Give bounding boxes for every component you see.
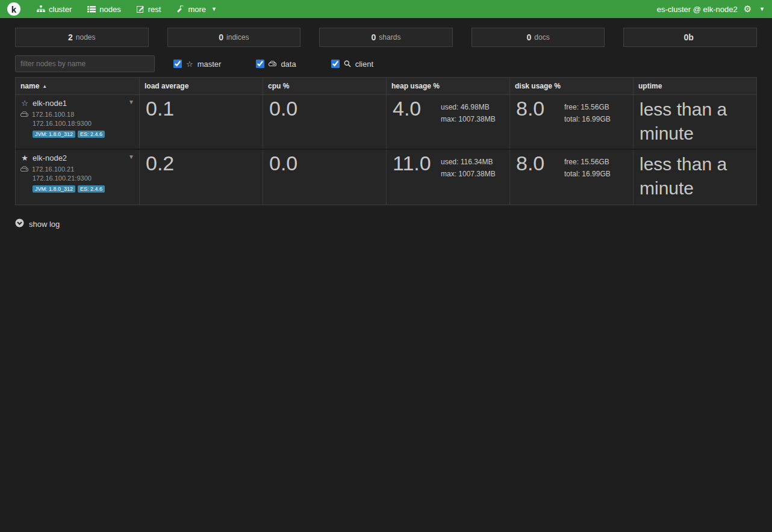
- column-header-name[interactable]: name ▲: [16, 78, 139, 94]
- filter-bar: ☆ master data client: [15, 55, 757, 72]
- wrench-icon: [176, 5, 184, 13]
- filter-client[interactable]: client: [331, 60, 373, 69]
- stat-size: 0b: [623, 28, 757, 47]
- node-ip: 172.16.100.18: [32, 111, 74, 118]
- load-average-cell: 0.2: [139, 150, 263, 205]
- table-row-elk-node1: ☆ elk-node1 ▼ 172.16.100.18 172.16.100.1…: [16, 95, 756, 150]
- column-header-label: heap usage %: [391, 82, 440, 90]
- node-name: elk-node1: [33, 99, 67, 108]
- nav-item-label: more: [188, 5, 206, 14]
- cpu-cell: 0.0: [263, 95, 386, 149]
- heap-max: max: 1007.38MB: [441, 113, 496, 125]
- current-master-star-icon: ★: [20, 153, 29, 162]
- disk-total: total: 16.99GB: [564, 113, 611, 125]
- stat-docs: 0 docs: [472, 28, 605, 47]
- load-average-cell: 0.1: [139, 95, 263, 149]
- column-header-label: name: [20, 82, 39, 90]
- node-menu-caret-icon[interactable]: ▼: [128, 99, 134, 105]
- table-header-row: name ▲ load average cpu % heap usage % d…: [16, 78, 756, 95]
- stat-indices: 0 indices: [167, 28, 301, 47]
- search-icon: [344, 60, 351, 67]
- nav-item-more[interactable]: more ▼: [169, 0, 225, 18]
- cpu-value: 0.0: [269, 97, 380, 120]
- load-average-value: 0.1: [146, 97, 257, 120]
- table-row-elk-node2: ★ elk-node2 ▼ 172.16.100.21 172.16.100.2…: [16, 150, 756, 205]
- node-transport-address: 172.16.100.18:9300: [20, 120, 134, 127]
- filter-label: master: [198, 60, 222, 69]
- stat-value: 0: [372, 32, 376, 42]
- node-name-cell: ☆ elk-node1 ▼ 172.16.100.18 172.16.100.1…: [16, 95, 139, 149]
- disk-total: total: 16.99GB: [564, 168, 611, 180]
- uptime-value: less than a minute: [640, 152, 750, 200]
- stat-value: 0: [527, 32, 532, 42]
- cpu-cell: 0.0: [263, 150, 386, 205]
- heap-used: used: 46.98MB: [441, 101, 496, 113]
- cpu-value: 0.0: [269, 152, 380, 175]
- column-header-label: cpu %: [268, 82, 289, 90]
- filter-nodes-input[interactable]: [15, 55, 155, 72]
- node-name-cell: ★ elk-node2 ▼ 172.16.100.21 172.16.100.2…: [16, 150, 139, 205]
- column-header-label: uptime: [638, 82, 662, 90]
- chevron-down-icon: ▼: [211, 6, 217, 12]
- hdd-icon: [269, 61, 276, 67]
- filter-label: client: [355, 60, 373, 69]
- filter-label: data: [281, 60, 296, 69]
- navbar: k cluster nodes rest more ▼ es-cluster @…: [0, 0, 772, 18]
- chevron-circle-down-icon: [15, 218, 24, 229]
- heap-used: used: 116.34MB: [441, 156, 496, 168]
- column-header-uptime[interactable]: uptime: [633, 78, 756, 94]
- disk-free: free: 15.56GB: [564, 101, 611, 113]
- nav-item-rest[interactable]: rest: [129, 0, 169, 18]
- heap-max: max: 1007.38MB: [441, 168, 496, 180]
- nav-item-nodes[interactable]: nodes: [79, 0, 128, 18]
- node-transport-address: 172.16.100.21:9300: [20, 175, 134, 182]
- disk-cell: 8.0 free: 15.56GB total: 16.99GB: [509, 150, 633, 205]
- column-header-cpu[interactable]: cpu %: [263, 78, 386, 94]
- stat-label: nodes: [76, 33, 96, 42]
- es-version-badge: ES: 2.4.6: [78, 185, 105, 193]
- hdd-icon: [20, 111, 28, 117]
- stat-value: 0: [219, 32, 223, 42]
- nav-item-label: cluster: [49, 5, 72, 14]
- stat-value: 0b: [684, 32, 694, 42]
- kopf-logo-icon[interactable]: k: [7, 2, 20, 16]
- load-average-value: 0.2: [146, 152, 257, 175]
- nav-item-label: rest: [148, 5, 161, 14]
- heap-cell: 11.0 used: 116.34MB max: 1007.38MB: [386, 150, 509, 205]
- master-checkbox[interactable]: [173, 60, 182, 68]
- node-ip: 172.16.100.21: [32, 165, 74, 173]
- jvm-version-badge: JVM: 1.8.0_312: [33, 185, 75, 193]
- column-header-load[interactable]: load average: [139, 78, 263, 94]
- disk-free: free: 15.56GB: [564, 156, 611, 168]
- heap-cell: 4.0 used: 46.98MB max: 1007.38MB: [386, 95, 509, 149]
- master-eligible-star-icon: ☆: [20, 99, 29, 108]
- gear-icon[interactable]: ⚙: [744, 4, 752, 14]
- nodes-list-icon: [87, 5, 96, 13]
- nav-item-label: nodes: [99, 5, 120, 14]
- cluster-stats-bar: 2 nodes 0 indices 0 shards 0 docs 0b: [15, 28, 757, 47]
- stat-nodes: 2 nodes: [15, 28, 149, 47]
- nodes-table: name ▲ load average cpu % heap usage % d…: [15, 77, 757, 205]
- cluster-sitemap-icon: [37, 5, 45, 13]
- sort-asc-icon: ▲: [42, 84, 47, 89]
- settings-chevron-down-icon[interactable]: ▼: [759, 6, 765, 12]
- navbar-right: es-cluster @ elk-node2 ⚙ ▼: [657, 4, 765, 14]
- client-checkbox[interactable]: [331, 60, 340, 68]
- uptime-cell: less than a minute: [633, 150, 756, 205]
- column-header-disk[interactable]: disk usage %: [509, 78, 633, 94]
- disk-cell: 8.0 free: 15.56GB total: 16.99GB: [509, 95, 633, 149]
- filter-data[interactable]: data: [256, 60, 296, 69]
- nav-item-cluster[interactable]: cluster: [29, 0, 79, 18]
- stat-label: shards: [379, 33, 400, 42]
- column-header-label: disk usage %: [515, 82, 561, 90]
- node-menu-caret-icon[interactable]: ▼: [128, 153, 134, 160]
- cluster-status-label: es-cluster @ elk-node2: [657, 5, 738, 14]
- data-checkbox[interactable]: [256, 60, 264, 68]
- show-log-toggle[interactable]: show log: [15, 218, 60, 229]
- column-header-label: load average: [145, 82, 188, 90]
- column-header-heap[interactable]: heap usage %: [386, 78, 509, 94]
- stat-label: indices: [226, 33, 249, 42]
- stat-label: docs: [534, 33, 549, 42]
- rest-edit-icon: [137, 5, 145, 13]
- filter-master[interactable]: ☆ master: [173, 60, 221, 69]
